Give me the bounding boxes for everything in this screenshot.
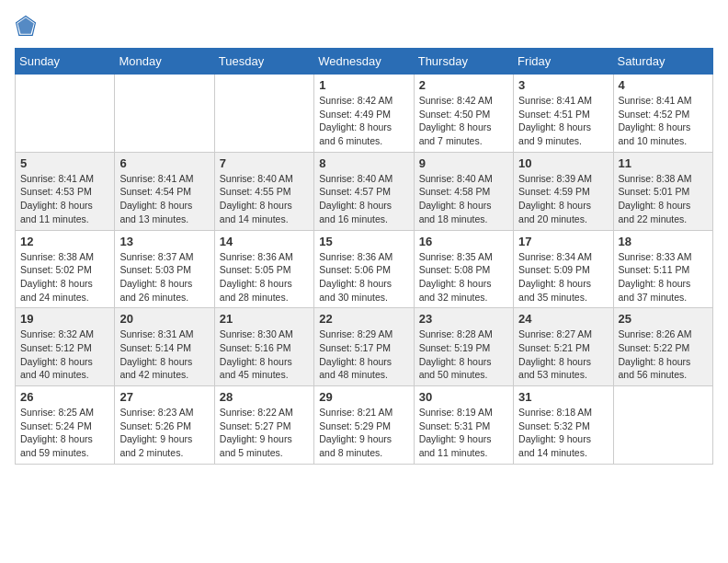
day-info: Sunrise: 8:38 AM Sunset: 5:02 PM Dayligh… — [20, 250, 109, 304]
calendar: SundayMondayTuesdayWednesdayThursdayFrid… — [15, 48, 713, 465]
day-cell: 11Sunrise: 8:38 AM Sunset: 5:01 PM Dayli… — [613, 152, 712, 230]
day-cell: 22Sunrise: 8:29 AM Sunset: 5:17 PM Dayli… — [314, 308, 414, 386]
day-cell — [214, 75, 313, 153]
day-cell: 25Sunrise: 8:26 AM Sunset: 5:22 PM Dayli… — [613, 308, 712, 386]
day-number: 11 — [619, 156, 708, 170]
day-number: 24 — [518, 312, 608, 326]
weekday-header-monday: Monday — [115, 49, 214, 75]
day-cell: 19Sunrise: 8:32 AM Sunset: 5:12 PM Dayli… — [16, 308, 115, 386]
week-row-5: 26Sunrise: 8:25 AM Sunset: 5:24 PM Dayli… — [16, 386, 713, 465]
day-info: Sunrise: 8:36 AM Sunset: 5:06 PM Dayligh… — [319, 250, 408, 304]
day-info: Sunrise: 8:27 AM Sunset: 5:21 PM Dayligh… — [518, 327, 608, 382]
day-number: 19 — [20, 312, 109, 326]
day-cell: 12Sunrise: 8:38 AM Sunset: 5:02 PM Dayli… — [16, 230, 115, 308]
day-cell — [613, 386, 712, 465]
day-number: 5 — [20, 156, 109, 170]
weekday-header-sunday: Sunday — [16, 49, 115, 75]
day-info: Sunrise: 8:41 AM Sunset: 4:51 PM Dayligh… — [518, 94, 608, 148]
day-info: Sunrise: 8:40 AM Sunset: 4:58 PM Dayligh… — [419, 172, 508, 226]
day-cell: 23Sunrise: 8:28 AM Sunset: 5:19 PM Dayli… — [414, 308, 513, 386]
day-number: 4 — [619, 78, 708, 92]
logo-icon — [15, 15, 37, 37]
day-number: 18 — [619, 235, 708, 248]
day-number: 6 — [119, 156, 209, 170]
day-cell: 27Sunrise: 8:23 AM Sunset: 5:26 PM Dayli… — [115, 386, 214, 465]
day-info: Sunrise: 8:42 AM Sunset: 4:50 PM Dayligh… — [419, 94, 508, 148]
day-info: Sunrise: 8:22 AM Sunset: 5:27 PM Dayligh… — [220, 406, 309, 460]
day-info: Sunrise: 8:42 AM Sunset: 4:49 PM Dayligh… — [319, 94, 408, 148]
day-info: Sunrise: 8:35 AM Sunset: 5:08 PM Dayligh… — [419, 250, 508, 304]
day-info: Sunrise: 8:26 AM Sunset: 5:22 PM Dayligh… — [619, 327, 708, 382]
day-number: 25 — [619, 312, 708, 326]
day-info: Sunrise: 8:31 AM Sunset: 5:14 PM Dayligh… — [119, 327, 209, 382]
day-cell: 30Sunrise: 8:19 AM Sunset: 5:31 PM Dayli… — [414, 386, 513, 465]
day-info: Sunrise: 8:21 AM Sunset: 5:29 PM Dayligh… — [319, 406, 408, 460]
day-info: Sunrise: 8:25 AM Sunset: 5:24 PM Dayligh… — [20, 406, 109, 460]
day-info: Sunrise: 8:37 AM Sunset: 5:03 PM Dayligh… — [119, 250, 209, 304]
day-info: Sunrise: 8:23 AM Sunset: 5:26 PM Dayligh… — [119, 406, 209, 460]
day-number: 17 — [518, 235, 608, 248]
day-cell: 10Sunrise: 8:39 AM Sunset: 4:59 PM Dayli… — [514, 152, 613, 230]
day-cell: 7Sunrise: 8:40 AM Sunset: 4:55 PM Daylig… — [214, 152, 313, 230]
week-row-4: 19Sunrise: 8:32 AM Sunset: 5:12 PM Dayli… — [16, 308, 713, 386]
day-cell: 9Sunrise: 8:40 AM Sunset: 4:58 PM Daylig… — [414, 152, 513, 230]
day-info: Sunrise: 8:41 AM Sunset: 4:53 PM Dayligh… — [20, 172, 109, 226]
page-header — [15, 15, 713, 37]
day-cell: 17Sunrise: 8:34 AM Sunset: 5:09 PM Dayli… — [514, 230, 613, 308]
day-number: 7 — [220, 156, 309, 170]
day-info: Sunrise: 8:18 AM Sunset: 5:32 PM Dayligh… — [518, 406, 608, 460]
day-number: 26 — [20, 390, 109, 404]
day-cell: 15Sunrise: 8:36 AM Sunset: 5:06 PM Dayli… — [314, 230, 414, 308]
day-cell: 3Sunrise: 8:41 AM Sunset: 4:51 PM Daylig… — [514, 75, 613, 153]
day-info: Sunrise: 8:41 AM Sunset: 4:54 PM Dayligh… — [119, 172, 209, 226]
day-number: 20 — [119, 312, 209, 326]
day-cell: 18Sunrise: 8:33 AM Sunset: 5:11 PM Dayli… — [613, 230, 712, 308]
day-number: 27 — [119, 390, 209, 404]
day-cell: 26Sunrise: 8:25 AM Sunset: 5:24 PM Dayli… — [16, 386, 115, 465]
day-info: Sunrise: 8:19 AM Sunset: 5:31 PM Dayligh… — [419, 406, 508, 460]
weekday-header-row: SundayMondayTuesdayWednesdayThursdayFrid… — [16, 49, 713, 75]
day-cell: 16Sunrise: 8:35 AM Sunset: 5:08 PM Dayli… — [414, 230, 513, 308]
day-number: 16 — [419, 235, 508, 248]
day-number: 31 — [518, 390, 608, 404]
day-cell: 1Sunrise: 8:42 AM Sunset: 4:49 PM Daylig… — [314, 75, 414, 153]
day-number: 2 — [419, 78, 508, 92]
day-info: Sunrise: 8:29 AM Sunset: 5:17 PM Dayligh… — [319, 327, 408, 382]
day-info: Sunrise: 8:33 AM Sunset: 5:11 PM Dayligh… — [619, 250, 708, 304]
day-number: 8 — [319, 156, 408, 170]
day-cell: 5Sunrise: 8:41 AM Sunset: 4:53 PM Daylig… — [16, 152, 115, 230]
day-number: 30 — [419, 390, 508, 404]
day-number: 14 — [220, 235, 309, 248]
day-cell: 14Sunrise: 8:36 AM Sunset: 5:05 PM Dayli… — [214, 230, 313, 308]
day-info: Sunrise: 8:28 AM Sunset: 5:19 PM Dayligh… — [419, 327, 508, 382]
weekday-header-tuesday: Tuesday — [214, 49, 313, 75]
day-cell: 24Sunrise: 8:27 AM Sunset: 5:21 PM Dayli… — [514, 308, 613, 386]
day-number: 13 — [119, 235, 209, 248]
day-cell — [16, 75, 115, 153]
day-cell: 8Sunrise: 8:40 AM Sunset: 4:57 PM Daylig… — [314, 152, 414, 230]
weekday-header-thursday: Thursday — [414, 49, 513, 75]
day-cell: 6Sunrise: 8:41 AM Sunset: 4:54 PM Daylig… — [115, 152, 214, 230]
day-number: 28 — [220, 390, 309, 404]
day-number: 3 — [518, 78, 608, 92]
weekday-header-friday: Friday — [514, 49, 613, 75]
day-info: Sunrise: 8:40 AM Sunset: 4:55 PM Dayligh… — [220, 172, 309, 226]
day-number: 15 — [319, 235, 408, 248]
day-number: 23 — [419, 312, 508, 326]
week-row-2: 5Sunrise: 8:41 AM Sunset: 4:53 PM Daylig… — [16, 152, 713, 230]
logo — [15, 15, 40, 37]
week-row-1: 1Sunrise: 8:42 AM Sunset: 4:49 PM Daylig… — [16, 75, 713, 153]
day-number: 21 — [220, 312, 309, 326]
day-number: 12 — [20, 235, 109, 248]
day-cell: 29Sunrise: 8:21 AM Sunset: 5:29 PM Dayli… — [314, 386, 414, 465]
weekday-header-saturday: Saturday — [613, 49, 712, 75]
day-cell: 13Sunrise: 8:37 AM Sunset: 5:03 PM Dayli… — [115, 230, 214, 308]
day-number: 1 — [319, 78, 408, 92]
day-info: Sunrise: 8:40 AM Sunset: 4:57 PM Dayligh… — [319, 172, 408, 226]
day-cell: 28Sunrise: 8:22 AM Sunset: 5:27 PM Dayli… — [214, 386, 313, 465]
day-cell: 20Sunrise: 8:31 AM Sunset: 5:14 PM Dayli… — [115, 308, 214, 386]
day-info: Sunrise: 8:32 AM Sunset: 5:12 PM Dayligh… — [20, 327, 109, 382]
day-info: Sunrise: 8:41 AM Sunset: 4:52 PM Dayligh… — [619, 94, 708, 148]
day-info: Sunrise: 8:38 AM Sunset: 5:01 PM Dayligh… — [619, 172, 708, 226]
day-cell — [115, 75, 214, 153]
